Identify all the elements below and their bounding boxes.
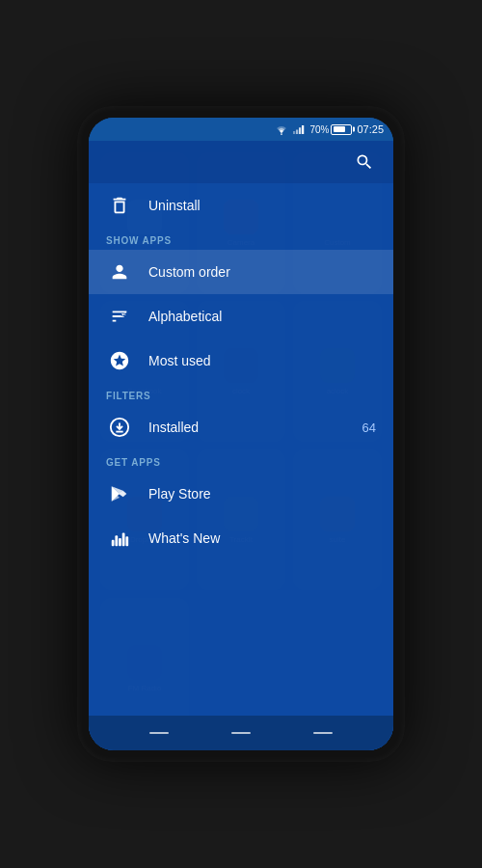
- status-icons: 70% 07:25: [275, 123, 384, 135]
- phone-frame: 70% 07:25 Calendar Camera Custom Faceboo…: [77, 106, 405, 762]
- battery-percent: 70%: [309, 124, 329, 135]
- chartbar-icon: [106, 525, 133, 552]
- installed-icon: [106, 414, 133, 441]
- installed-item[interactable]: Installed 64: [89, 405, 393, 449]
- uninstall-label: Uninstall: [148, 198, 376, 213]
- svg-rect-10: [115, 535, 118, 546]
- svg-rect-9: [112, 540, 115, 546]
- alphabetical-label: Alphabetical: [148, 309, 376, 324]
- svg-rect-1: [293, 131, 295, 134]
- most-used-item[interactable]: Most used: [89, 339, 393, 383]
- svg-rect-13: [125, 536, 128, 546]
- filters-header: FILTERS: [89, 383, 393, 405]
- installed-badge: 64: [362, 420, 376, 435]
- svg-rect-11: [119, 538, 121, 546]
- play-store-item[interactable]: Play Store: [89, 472, 393, 516]
- svg-rect-12: [122, 533, 125, 547]
- back-button[interactable]: [149, 732, 169, 734]
- sort-icon: z z: [106, 303, 133, 330]
- wifi-icon: [275, 124, 288, 135]
- svg-rect-2: [296, 129, 298, 134]
- whats-new-label: What's New: [148, 530, 376, 546]
- svg-point-0: [281, 133, 283, 135]
- play-store-label: Play Store: [148, 486, 376, 502]
- svg-rect-3: [299, 127, 301, 134]
- alphabetical-item[interactable]: z z Alphabetical: [89, 294, 393, 339]
- bottom-nav: [89, 716, 393, 750]
- get-apps-header: GET APPS: [89, 449, 393, 472]
- search-button[interactable]: [349, 147, 380, 177]
- battery-container: 70%: [309, 124, 352, 135]
- most-used-label: Most used: [148, 353, 376, 368]
- show-apps-header: SHOW APPS: [89, 228, 393, 250]
- status-bar: 70% 07:25: [89, 118, 393, 141]
- uninstall-item[interactable]: Uninstall: [89, 183, 393, 228]
- battery-fill: [334, 126, 345, 132]
- battery-box: [331, 124, 352, 135]
- menu-overlay: Uninstall SHOW APPS Custom order z: [89, 141, 393, 750]
- custom-order-item[interactable]: Custom order: [89, 250, 393, 294]
- playstore-icon: [106, 480, 133, 507]
- status-time: 07:25: [357, 123, 384, 135]
- home-button[interactable]: [231, 732, 251, 734]
- search-icon: [355, 152, 374, 172]
- recent-button[interactable]: [313, 732, 333, 734]
- top-bar: [89, 141, 393, 183]
- signal-icon: [293, 124, 305, 135]
- person-icon: [106, 258, 133, 285]
- whats-new-item[interactable]: What's New: [89, 516, 393, 560]
- installed-label: Installed: [148, 420, 347, 435]
- custom-order-label: Custom order: [148, 264, 376, 280]
- phone-screen: 70% 07:25 Calendar Camera Custom Faceboo…: [89, 118, 393, 750]
- star-icon: [106, 347, 133, 374]
- trash-icon: [106, 192, 133, 219]
- svg-rect-4: [302, 125, 304, 134]
